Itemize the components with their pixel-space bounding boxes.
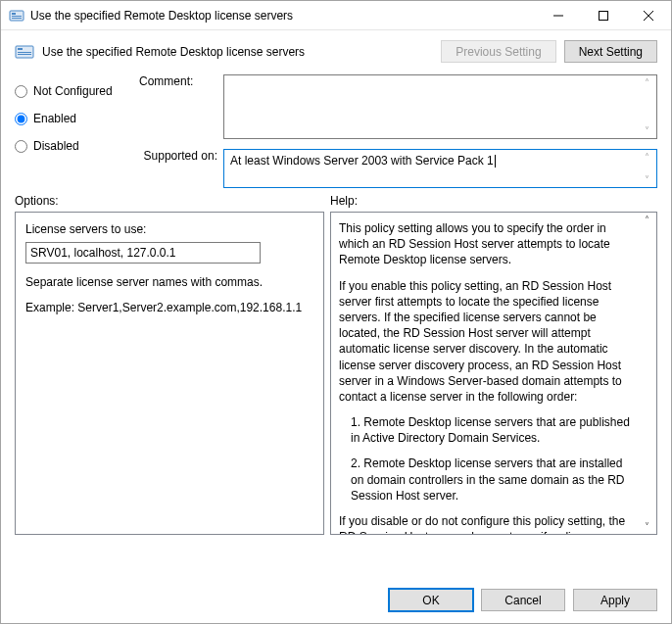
comment-label: Comment: [139, 74, 221, 139]
scrollbar[interactable]: ˄˅ [639, 77, 654, 136]
help-panel: This policy setting allows you to specif… [330, 212, 657, 535]
apply-button[interactable]: Apply [573, 589, 657, 611]
svg-rect-4 [600, 11, 608, 20]
policy-icon [9, 8, 24, 24]
license-servers-label: License servers to use: [25, 222, 313, 236]
supported-on-value: At least Windows Server 2003 with Servic… [224, 150, 656, 171]
ok-button[interactable]: OK [389, 589, 473, 611]
help-p4: 2. Remote Desktop license servers that a… [339, 456, 637, 504]
previous-setting-button[interactable]: Previous Setting [441, 40, 555, 63]
options-panel: License servers to use: Separate license… [15, 212, 324, 535]
options-example: Example: Server1,Server2.example.com,192… [25, 301, 313, 314]
cancel-button[interactable]: Cancel [481, 589, 565, 611]
config-area: Not Configured Enabled Disabled Comment:… [1, 69, 671, 188]
svg-rect-6 [18, 48, 23, 50]
next-setting-button[interactable]: Next Setting [564, 40, 657, 63]
radio-enabled[interactable]: Enabled [15, 108, 127, 129]
panels: License servers to use: Separate license… [1, 212, 671, 579]
svg-rect-8 [18, 54, 31, 55]
window-controls [536, 1, 671, 29]
scrollbar[interactable]: ˄˅ [639, 152, 654, 185]
help-p2: If you enable this policy setting, an RD… [339, 278, 637, 406]
policy-icon [15, 42, 34, 62]
radio-not-configured-label: Not Configured [33, 84, 113, 98]
header-row: Use the specified Remote Desktop license… [1, 30, 671, 69]
options-note: Separate license server names with comma… [25, 275, 313, 289]
options-heading: Options: [15, 194, 330, 208]
help-p3: 1. Remote Desktop license servers that a… [339, 414, 637, 446]
svg-rect-3 [12, 18, 22, 19]
maximize-button[interactable] [581, 1, 626, 29]
gpo-dialog: Use the specified Remote Desktop license… [0, 0, 672, 624]
radio-enabled-input[interactable] [15, 113, 27, 125]
supported-on-field[interactable]: At least Windows Server 2003 with Servic… [223, 149, 657, 188]
help-heading: Help: [330, 194, 358, 208]
radio-not-configured-input[interactable] [15, 85, 27, 98]
svg-rect-2 [12, 16, 22, 17]
dialog-footer: OK Cancel Apply [1, 579, 671, 623]
titlebar: Use the specified Remote Desktop license… [1, 1, 671, 30]
svg-rect-7 [18, 52, 31, 53]
help-p5: If you disable or do not configure this … [339, 513, 637, 535]
comment-value [224, 75, 656, 83]
radio-not-configured[interactable]: Not Configured [15, 80, 127, 102]
supported-label: Supported on: [139, 149, 221, 188]
help-text: This policy setting allows you to specif… [339, 220, 637, 535]
svg-rect-1 [12, 13, 16, 15]
section-labels: Options: Help: [1, 188, 671, 212]
minimize-button[interactable] [536, 1, 581, 29]
help-p1: This policy setting allows you to specif… [339, 220, 637, 268]
state-radios: Not Configured Enabled Disabled [15, 74, 127, 188]
radio-disabled-label: Disabled [33, 139, 79, 153]
radio-disabled-input[interactable] [15, 140, 27, 153]
window-title: Use the specified Remote Desktop license… [30, 9, 536, 23]
scrollbar[interactable]: ˄˅ [639, 215, 654, 532]
policy-name: Use the specified Remote Desktop license… [42, 45, 433, 59]
comment-field[interactable]: ˄˅ [223, 74, 657, 139]
license-servers-input[interactable] [25, 242, 261, 264]
radio-enabled-label: Enabled [33, 112, 76, 125]
radio-disabled[interactable]: Disabled [15, 135, 127, 157]
close-button[interactable] [626, 1, 671, 29]
